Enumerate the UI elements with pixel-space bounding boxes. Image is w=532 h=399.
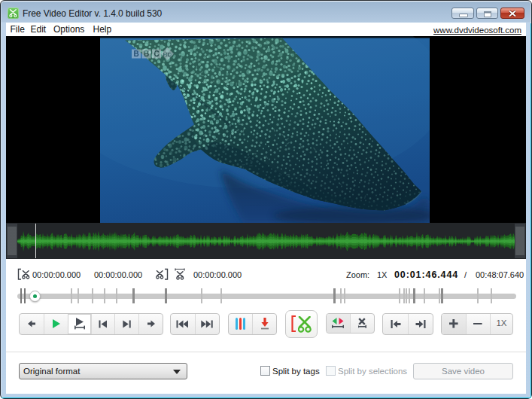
svg-text:B: B [133, 50, 138, 58]
svg-text:HD: HD [163, 51, 172, 58]
svg-text:B: B [144, 50, 149, 58]
svg-text:C: C [154, 50, 159, 58]
